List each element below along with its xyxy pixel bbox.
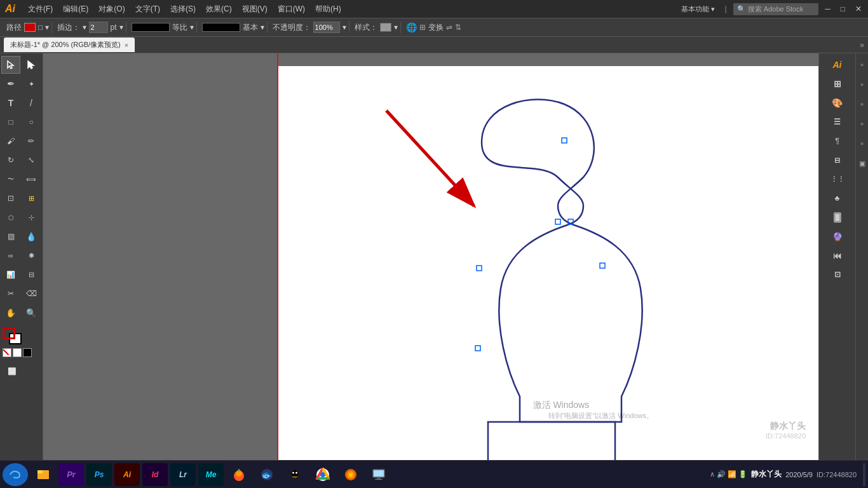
column-graph-tool[interactable]: 📊 [1, 266, 20, 283]
eraser-tool[interactable]: ⌫ [22, 285, 41, 302]
paintbrush-tool[interactable]: 🖌 [1, 132, 20, 150]
pencil-tool[interactable]: ✏ [22, 132, 41, 150]
opacity-dropdown[interactable]: ▾ [342, 23, 346, 32]
style-swatch[interactable] [380, 23, 391, 32]
stroke-swatch[interactable] [3, 328, 15, 339]
taskbar-illustrator[interactable]: Ai [114, 463, 140, 486]
shape-selector[interactable]: □ ▾ [38, 23, 49, 32]
panel-eye-btn[interactable]: ♣ [829, 189, 846, 207]
workspace-label[interactable]: 基本功能 ▾ [677, 3, 719, 15]
stroke-style1-dropdown[interactable]: ▾ [190, 23, 194, 32]
taskbar-fruit[interactable] [226, 463, 252, 486]
menu-text[interactable]: 文字(T) [130, 3, 165, 16]
taskbar-media-encoder[interactable]: Me [198, 463, 224, 486]
menu-select[interactable]: 选择(S) [165, 3, 201, 16]
ellipse-tool[interactable]: ○ [22, 113, 41, 131]
taskbar-qq[interactable] [282, 463, 308, 486]
taskbar-fish[interactable]: 🐟 [254, 463, 280, 486]
panel-more-btn[interactable]: ⊡ [829, 266, 846, 283]
line-tool[interactable]: / [22, 94, 41, 112]
free-transform-tool[interactable]: ⊡ [1, 189, 20, 207]
blend-unit-dropdown[interactable]: ▾ [119, 23, 123, 32]
gradient-tool[interactable]: ▨ [1, 227, 20, 245]
collapse-arrow-3[interactable]: » [857, 95, 867, 113]
tab-close-btn[interactable]: × [125, 41, 128, 49]
zoom-tool[interactable]: 🔍 [22, 304, 41, 322]
canvas-area[interactable]: 激活 Windows 转到"电脑设置"以激活 Windows。 静水丫头 ID:… [43, 53, 818, 471]
scale-tool[interactable]: ⤡ [22, 151, 41, 169]
taskbar-show-desktop[interactable] [863, 463, 865, 486]
symbol-tool[interactable]: ✺ [22, 247, 41, 264]
collapse-arrow-2[interactable]: » [857, 76, 867, 93]
taskbar-indesign[interactable]: Id [142, 463, 168, 486]
panel-history-btn[interactable]: ⏮ [829, 247, 846, 264]
menu-view[interactable]: 视图(V) [237, 3, 273, 16]
artboard-tool[interactable]: ⊟ [22, 266, 41, 283]
warp-tool[interactable]: 〜 [1, 170, 20, 188]
panel-ai-btn[interactable]: Ai [829, 56, 846, 74]
stroke-style2-dropdown[interactable]: ▾ [261, 23, 264, 32]
anchor-tool[interactable]: ✦ [22, 75, 41, 93]
panel-zoom-btn[interactable]: 🔮 [829, 227, 846, 245]
collapse-arrow-5[interactable]: » [857, 135, 867, 152]
panel-side-icon[interactable]: ▣ [857, 154, 867, 172]
hand-tool[interactable]: ✋ [1, 304, 20, 322]
shape-builder-tool[interactable]: ⊞ [22, 189, 41, 207]
pen-tool[interactable]: ✒ [1, 75, 20, 93]
menu-window[interactable]: 窗口(W) [273, 3, 310, 16]
panel-paint-btn[interactable]: 🂠 [829, 208, 846, 226]
rect-tool[interactable]: □ [1, 113, 20, 131]
text-tool[interactable]: T [1, 94, 20, 112]
slice-tool[interactable]: ✂ [1, 285, 20, 302]
panel-align-btn[interactable]: ⋮⋮ [829, 170, 846, 188]
taskbar-edge[interactable] [3, 463, 28, 486]
menu-help[interactable]: 帮助(H) [310, 3, 346, 16]
menu-object[interactable]: 对象(O) [93, 3, 130, 16]
panel-collapse-right[interactable]: » [860, 41, 864, 50]
collapse-arrow-1[interactable]: » [857, 56, 867, 74]
panel-grid-btn[interactable]: ⊞ [829, 75, 846, 93]
grid-small-icon[interactable]: ⊞ [419, 23, 426, 32]
blend-value-input[interactable] [89, 22, 108, 33]
style-dropdown[interactable]: ▾ [394, 23, 398, 32]
globe-icon[interactable]: 🌐 [406, 22, 417, 32]
rotate-tool[interactable]: ↻ [1, 151, 20, 169]
none-color[interactable] [3, 348, 11, 357]
mirror-h-icon[interactable]: ⇌ [446, 23, 452, 32]
panel-paragraph-btn[interactable]: ¶ [829, 132, 846, 150]
taskbar-firefox[interactable] [338, 463, 363, 486]
mesh-tool[interactable]: ⊹ [22, 208, 41, 226]
opacity-input[interactable] [313, 22, 340, 33]
close-btn[interactable]: ✕ [851, 3, 865, 15]
perspective-tool[interactable]: ⬡ [1, 208, 20, 226]
taskbar-chrome[interactable] [310, 463, 336, 486]
stroke-preview-1[interactable] [132, 23, 170, 32]
taskbar-computer[interactable] [366, 463, 391, 486]
restore-btn[interactable]: □ [837, 3, 849, 15]
panel-color-btn[interactable]: 🎨 [829, 94, 846, 112]
white-fill[interactable] [13, 348, 22, 357]
stroke-color-swatch[interactable] [24, 23, 36, 32]
taskbar-lightroom[interactable]: Lr [170, 463, 196, 486]
blend-dropdown[interactable]: ▾ [83, 23, 86, 32]
blend-tool[interactable]: ∞ [1, 247, 20, 264]
mirror-v-icon[interactable]: ⇅ [455, 23, 461, 32]
panel-transform-btn[interactable]: ⊟ [829, 151, 846, 169]
taskbar-explorer[interactable] [31, 463, 56, 486]
panel-menu-btn[interactable]: ☰ [829, 113, 846, 131]
eyedropper-tool[interactable]: 💧 [22, 227, 41, 245]
search-box[interactable]: 🔍 搜索 Adobe Stock [733, 3, 819, 15]
collapse-arrow-4[interactable]: » [857, 115, 867, 133]
select-tool[interactable] [1, 56, 20, 74]
artboards-tool[interactable]: ⬜ [3, 362, 22, 380]
stroke-preview-2[interactable] [202, 23, 240, 32]
direct-select-tool[interactable] [22, 56, 41, 74]
menu-file[interactable]: 文件(F) [23, 3, 58, 16]
taskbar-photoshop[interactable]: Ps [86, 463, 112, 486]
minimize-btn[interactable]: ─ [821, 3, 834, 15]
menu-effect[interactable]: 效果(C) [201, 3, 237, 16]
black-fill[interactable] [23, 348, 32, 357]
taskbar-premiere[interactable]: Pr [58, 463, 84, 486]
menu-edit[interactable]: 编辑(E) [58, 3, 93, 16]
width-tool[interactable]: ⟺ [22, 170, 41, 188]
